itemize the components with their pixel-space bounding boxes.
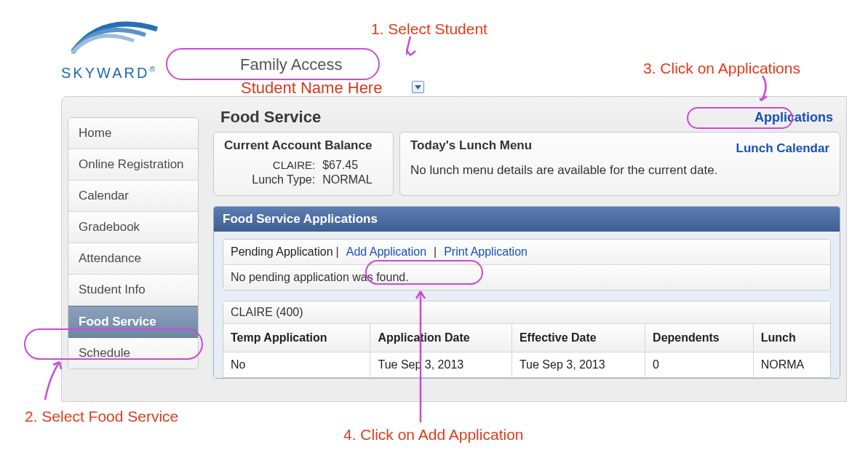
sidebar-item-label: Gradebook	[79, 220, 140, 234]
th-application-date[interactable]: Application Date	[370, 324, 511, 352]
student-application-group: CLAIRE (400) Temp Application Applicatio…	[223, 301, 831, 378]
sidebar-item-label: Home	[79, 126, 111, 140]
page-title: Food Service	[220, 108, 321, 127]
pending-tabs: Pending Application | Add Application | …	[223, 240, 830, 265]
sidebar-item-food-service[interactable]: Food Service	[68, 306, 198, 338]
cell-lunch: NORMA	[753, 352, 830, 378]
add-application-link[interactable]: Add Application	[342, 245, 431, 259]
applications-link[interactable]: Applications	[754, 110, 833, 125]
balance-key: Lunch Type:	[242, 173, 315, 186]
pending-message: No pending application was found.	[223, 265, 830, 290]
table-header-row: Temp Application Application Date Effect…	[223, 324, 830, 352]
cell-application-date: Tue Sep 3, 2013	[370, 352, 511, 378]
sidebar-item-gradebook[interactable]: Gradebook	[68, 212, 198, 243]
sidebar-item-label: Food Service	[79, 315, 156, 328]
student-name-display: Student Name Here	[241, 79, 382, 98]
balance-value: $67.45	[322, 159, 383, 172]
panel-title: Food Service Applications	[214, 207, 840, 232]
lunch-menu-card: Today's Lunch Menu Lunch Calendar No lun…	[399, 132, 840, 196]
sidebar-item-label: Schedule	[79, 346, 130, 360]
sidebar-item-label: Calendar	[79, 189, 129, 202]
brand-logo: SKYWARD®	[61, 22, 167, 73]
page-header-row: Food Service Applications	[207, 103, 846, 132]
balance-card-title: Current Account Balance	[224, 138, 383, 153]
tab-pending-application[interactable]: Pending Application	[231, 245, 333, 259]
cell-dependents: 0	[645, 352, 754, 378]
brand-name: SKYWARD®	[61, 65, 157, 82]
separator: |	[434, 245, 437, 259]
table-row[interactable]: No Tue Sep 3, 2013 Tue Sep 3, 2013 0 NOR…	[223, 352, 830, 378]
student-group-header: CLAIRE (400)	[223, 302, 830, 324]
sidebar-item-label: Student Info	[79, 283, 146, 296]
sidebar-item-attendance[interactable]: Attendance	[68, 243, 198, 275]
balance-card: Current Account Balance CLAIRE: $67.45 L…	[213, 132, 394, 196]
lunch-menu-message: No lunch menu details are available for …	[410, 163, 829, 178]
sidebar-item-calendar[interactable]: Calendar	[68, 181, 198, 212]
student-dropdown-button[interactable]	[412, 81, 424, 93]
app-title: Family Access	[240, 55, 343, 74]
print-application-link[interactable]: Print Application	[439, 245, 532, 259]
cell-temp-application: No	[223, 352, 370, 378]
content: Food Service Applications Current Accoun…	[207, 103, 846, 401]
lunch-card-title: Today's Lunch Menu	[410, 138, 532, 153]
sidebar-item-label: Attendance	[79, 251, 141, 265]
balance-key: CLAIRE:	[242, 159, 315, 172]
sidebar: Home Online Registration Calendar Gradeb…	[68, 117, 199, 369]
lunch-calendar-link[interactable]: Lunch Calendar	[736, 141, 829, 156]
balance-value: NORMAL	[322, 173, 383, 186]
sidebar-item-home[interactable]: Home	[68, 118, 198, 149]
balance-rows: CLAIRE: $67.45 Lunch Type: NORMAL	[224, 159, 383, 186]
logo-arcs-icon	[71, 17, 159, 54]
annotation-click-add-application: 4. Click on Add Application	[343, 426, 524, 444]
th-temp-application[interactable]: Temp Application	[223, 324, 370, 352]
annotation-select-food-service: 2. Select Food Service	[25, 408, 178, 425]
separator: |	[336, 245, 339, 259]
pending-application-box: Pending Application | Add Application | …	[223, 239, 831, 291]
th-lunch[interactable]: Lunch	[753, 324, 830, 352]
app-frame: Home Online Registration Calendar Gradeb…	[61, 96, 847, 402]
cell-effective-date: Tue Sep 3, 2013	[511, 352, 645, 378]
sidebar-item-student-info[interactable]: Student Info	[68, 275, 198, 306]
application-table: Temp Application Application Date Effect…	[223, 324, 830, 377]
chevron-down-icon	[415, 85, 421, 90]
sidebar-item-label: Online Registration	[79, 157, 184, 171]
th-effective-date[interactable]: Effective Date	[511, 324, 645, 352]
header: SKYWARD® Family Access Student Name Here	[61, 22, 789, 91]
food-service-applications-panel: Food Service Applications Pending Applic…	[213, 206, 840, 379]
th-dependents[interactable]: Dependents	[645, 324, 754, 352]
sidebar-item-online-registration[interactable]: Online Registration	[68, 149, 198, 181]
sidebar-item-schedule[interactable]: Schedule	[68, 338, 198, 369]
